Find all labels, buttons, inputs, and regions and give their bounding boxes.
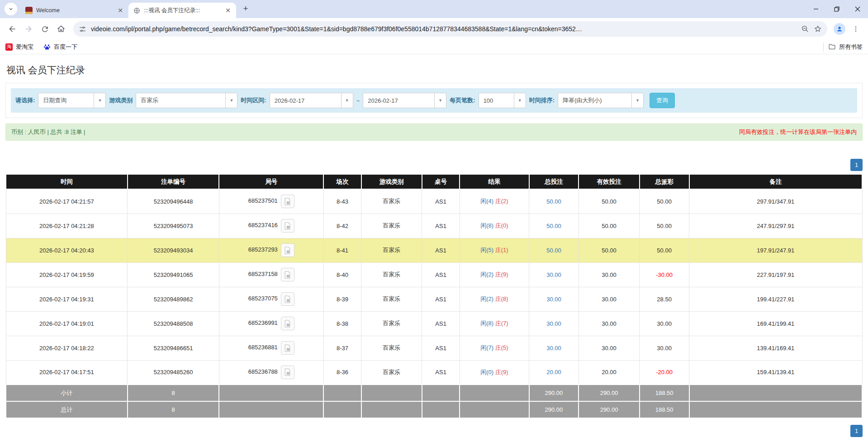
- cell-total-bet-link[interactable]: 30.00: [529, 311, 579, 336]
- close-tab-icon[interactable]: ✕: [224, 7, 232, 14]
- back-button[interactable]: [5, 21, 20, 37]
- date-from-select[interactable]: 2026-02-17 ▼: [270, 93, 353, 108]
- bookmark-star-icon[interactable]: [814, 25, 822, 33]
- cell-time: 2026-02-17 04:18:22: [6, 336, 128, 360]
- cell-payout: 50.00: [640, 238, 689, 262]
- search-button[interactable]: 查询: [650, 93, 675, 108]
- cell-note: 169.41/199.41: [689, 311, 862, 336]
- bookmark-aitaobao[interactable]: 淘 爱淘宝: [5, 43, 33, 51]
- round-id: 685236881: [248, 344, 278, 351]
- page-1-button[interactable]: 1: [850, 425, 863, 437]
- home-button[interactable]: [53, 21, 69, 37]
- forward-button[interactable]: [21, 21, 36, 37]
- cell-total-bet-link[interactable]: 50.00: [529, 189, 579, 214]
- bookmark-label: 爱淘宝: [16, 43, 33, 51]
- round-id: 685237416: [248, 222, 278, 228]
- tab-betrecord[interactable]: :::视讯 会员下注纪录::: ✕: [128, 3, 236, 18]
- url-bar[interactable]: videoie.com/ipl/portal.php/game/betrecor…: [73, 21, 827, 37]
- video-replay-button[interactable]: [281, 317, 294, 330]
- cell-table-no: AS1: [422, 336, 460, 360]
- banker-result: 庄(7): [495, 320, 508, 327]
- cell-total-bet-link[interactable]: 50.00: [529, 238, 579, 262]
- video-replay-button[interactable]: [281, 243, 294, 257]
- page-1-button[interactable]: 1: [850, 159, 863, 171]
- cell-total-bet-link[interactable]: 50.00: [529, 214, 579, 238]
- cell-bet-id: 523209489862: [128, 287, 219, 311]
- tab-search-button[interactable]: [5, 3, 17, 15]
- cell-session: 8-42: [323, 214, 361, 238]
- total-row: 总计 8 290.00 290.00 188.50: [6, 401, 862, 418]
- close-tab-icon[interactable]: ✕: [117, 7, 124, 14]
- video-replay-button[interactable]: [281, 341, 294, 355]
- col-header-9: 总派彩: [640, 174, 689, 189]
- close-window-button[interactable]: [847, 0, 868, 18]
- cell-payout: -30.00: [640, 262, 689, 287]
- bookmark-baidu[interactable]: 百度一下: [43, 43, 77, 51]
- cell-valid-bet: 50.00: [579, 214, 639, 238]
- video-replay-button[interactable]: [281, 292, 294, 306]
- table-row: 2026-02-17 04:17:51 523209485260 6852367…: [6, 360, 862, 385]
- page-size-select[interactable]: 100 ▼: [479, 93, 526, 108]
- time-sort-select[interactable]: 降幂(由大到小) ▼: [558, 93, 644, 108]
- cell-result: 闲(0) 庄(9): [460, 360, 529, 385]
- player-result: 闲(8): [480, 222, 493, 229]
- cell-payout: 30.00: [640, 336, 689, 360]
- cell-bet-id: 523209496448: [128, 189, 219, 214]
- video-replay-button[interactable]: [281, 195, 294, 208]
- video-replay-button[interactable]: [281, 268, 294, 281]
- cell-result: 闲(7) 庄(5): [460, 336, 529, 360]
- video-replay-button[interactable]: [281, 366, 294, 379]
- cell-total-bet-link[interactable]: 30.00: [529, 336, 579, 360]
- cell-result: 闲(4) 庄(2): [460, 189, 529, 214]
- total-count: 8: [128, 401, 219, 418]
- query-mode-select[interactable]: 日期查询 ▼: [38, 93, 106, 108]
- total-total-bet: 290.00: [529, 401, 579, 418]
- zoom-out-icon[interactable]: [801, 25, 809, 33]
- cell-time: 2026-02-17 04:17:51: [6, 360, 128, 385]
- cell-round-id: 685236881: [219, 336, 323, 360]
- cell-session: 8-39: [323, 287, 361, 311]
- minimize-button[interactable]: [806, 0, 826, 18]
- url-text[interactable]: videoie.com/ipl/portal.php/game/betrecor…: [91, 25, 797, 33]
- browser-toolbar: videoie.com/ipl/portal.php/game/betrecor…: [0, 18, 868, 40]
- browser-menu-button[interactable]: [848, 21, 863, 37]
- video-replay-button[interactable]: [281, 219, 294, 233]
- table-row: 2026-02-17 04:19:59 523209491065 6852371…: [6, 262, 862, 287]
- baidu-paw-icon: [43, 43, 51, 51]
- chevron-down-icon: ▼: [514, 93, 526, 108]
- chevron-down-icon: [8, 6, 14, 12]
- profile-avatar[interactable]: [834, 23, 845, 35]
- banker-result: 庄(9): [495, 271, 508, 278]
- new-tab-button[interactable]: +: [240, 3, 251, 14]
- film-icon: [284, 222, 291, 230]
- back-arrow-icon: [8, 24, 17, 33]
- total-label: 总计: [6, 401, 128, 418]
- cell-session: 8-38: [323, 311, 361, 336]
- game-type-select[interactable]: 百家乐 ▼: [136, 93, 237, 108]
- cell-game-type: 百家乐: [361, 336, 422, 360]
- all-bookmarks-button[interactable]: 所有书签: [828, 43, 863, 51]
- banker-result: 庄(8): [495, 295, 508, 302]
- cell-round-id: 685236788: [219, 360, 323, 385]
- cell-total-bet-link[interactable]: 20.00: [529, 360, 579, 385]
- cell-total-bet-link[interactable]: 30.00: [529, 262, 579, 287]
- cell-table-no: AS1: [422, 287, 460, 311]
- cell-note: 227.91/197.91: [689, 262, 862, 287]
- restore-button[interactable]: [826, 0, 847, 18]
- col-header-2: 局号: [219, 174, 323, 189]
- player-result: 闲(2): [480, 271, 493, 278]
- date-to-select[interactable]: 2026-02-17 ▼: [363, 93, 446, 108]
- banker-result: 庄(2): [495, 198, 508, 204]
- round-id: 685237293: [248, 246, 278, 253]
- cell-total-bet-link[interactable]: 30.00: [529, 287, 579, 311]
- subtotal-payout: 188.50: [640, 385, 689, 401]
- site-settings-icon[interactable]: [79, 25, 86, 33]
- tab-welcome[interactable]: Welcome ✕: [21, 3, 128, 18]
- all-bookmarks-label: 所有书签: [839, 43, 863, 51]
- reload-button[interactable]: [37, 21, 52, 37]
- divider: [823, 43, 824, 52]
- col-header-7: 总投注: [529, 174, 579, 189]
- col-header-10: 备注: [689, 174, 862, 189]
- subtotal-row: 小计 8 290.00 290.00 188.50: [6, 385, 862, 401]
- cell-round-id: 685237158: [219, 262, 323, 287]
